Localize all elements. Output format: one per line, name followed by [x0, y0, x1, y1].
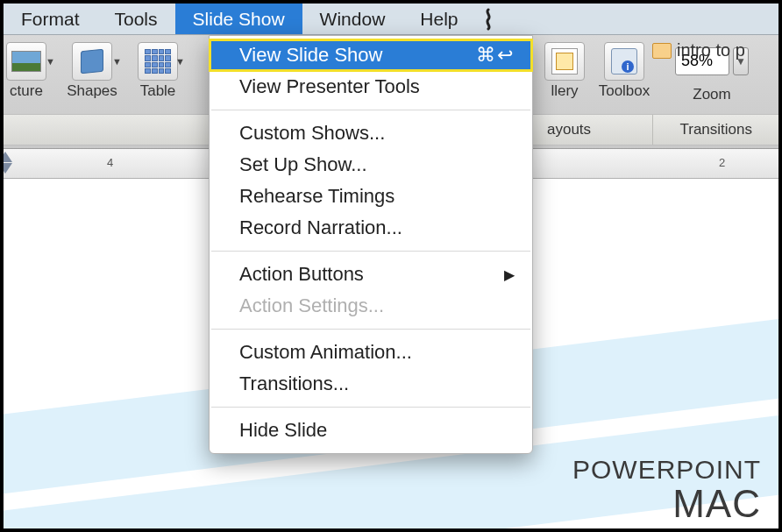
menu-item-hide-slide[interactable]: Hide Slide — [210, 415, 532, 446]
menu-item-label: Custom Shows... — [239, 122, 385, 145]
toolbox-label: Toolbox — [593, 82, 656, 100]
menu-item-view-slide-show[interactable]: View Slide Show⌘↩ — [210, 39, 532, 71]
gallery-icon — [544, 42, 585, 81]
submenu-arrow-icon: ▶ — [504, 266, 515, 283]
menu-item-label: Set Up Show... — [239, 153, 367, 176]
menu-item-set-up-show[interactable]: Set Up Show... — [210, 149, 532, 181]
table-label: Table — [132, 82, 184, 100]
menu-format[interactable]: Format — [4, 4, 97, 34]
picture-label: cture — [0, 82, 53, 100]
chevron-down-icon[interactable]: ▼ — [46, 56, 55, 67]
menu-item-action-buttons[interactable]: Action Buttons▶ — [210, 259, 532, 290]
menu-item-label: Record Narration... — [239, 216, 402, 239]
chevron-down-icon[interactable]: ▼ — [112, 56, 122, 67]
menu-item-label: Transitions... — [239, 372, 349, 395]
document-icon — [652, 43, 672, 59]
menu-item-custom-shows[interactable]: Custom Shows... — [210, 117, 532, 149]
menu-item-transitions[interactable]: Transitions... — [210, 368, 532, 400]
indent-top-icon[interactable] — [0, 152, 12, 162]
menu-item-label: Action Settings... — [239, 294, 384, 317]
tab-layouts[interactable]: ayouts — [530, 115, 608, 145]
watermark-line2: MAC — [572, 485, 761, 523]
gallery-button[interactable]: llery — [538, 40, 591, 100]
table-button[interactable]: Table ▼ — [132, 40, 184, 100]
script-menu-icon[interactable] — [476, 4, 501, 34]
toolbox-icon — [604, 42, 644, 81]
shapes-label: Shapes — [61, 82, 123, 100]
shapes-icon — [72, 42, 112, 81]
menu-item-rehearse-timings[interactable]: Rehearse Timings — [210, 181, 532, 212]
menu-separator — [211, 407, 530, 408]
gallery-label: llery — [538, 82, 591, 100]
shapes-button[interactable]: Shapes ▼ — [61, 40, 123, 100]
document-name: intro to p — [652, 40, 745, 60]
chevron-down-icon[interactable]: ▼ — [175, 56, 185, 67]
menu-separator — [211, 329, 530, 330]
toolbox-button[interactable]: Toolbox — [593, 40, 656, 100]
menu-item-custom-animation[interactable]: Custom Animation... — [210, 337, 532, 368]
ruler-mark: 4 — [107, 156, 113, 169]
slide-show-dropdown: View Slide Show⌘↩View Presenter ToolsCus… — [209, 35, 533, 454]
menu-window[interactable]: Window — [302, 4, 403, 34]
menu-slide-show[interactable]: Slide Show — [175, 4, 302, 34]
indent-bottom-icon[interactable] — [0, 163, 12, 174]
ruler-mark: 2 — [719, 156, 725, 169]
tab-transitions[interactable]: Transitions — [652, 115, 778, 145]
table-icon — [138, 42, 178, 81]
menu-item-label: Hide Slide — [239, 419, 327, 442]
menu-item-label: Custom Animation... — [239, 341, 412, 364]
zoom-label: Zoom — [693, 86, 730, 103]
menu-item-record-narration[interactable]: Record Narration... — [210, 212, 532, 244]
watermark-line1: POWERPOINT — [572, 455, 761, 485]
menu-separator — [211, 110, 530, 110]
menu-item-label: Rehearse Timings — [239, 185, 395, 208]
menu-bar: Format Tools Slide Show Window Help — [4, 4, 778, 35]
menu-item-action-settings: Action Settings... — [210, 290, 532, 322]
menu-item-label: Action Buttons — [239, 263, 364, 286]
menu-item-label: View Presenter Tools — [239, 75, 420, 98]
menu-separator — [211, 251, 530, 252]
picture-icon — [6, 42, 46, 81]
picture-button[interactable]: cture ▼ — [0, 40, 53, 100]
menu-item-view-presenter-tools[interactable]: View Presenter Tools — [210, 71, 532, 103]
watermark: POWERPOINT MAC — [572, 455, 761, 523]
menu-tools[interactable]: Tools — [97, 4, 175, 34]
keyboard-shortcut: ⌘↩ — [476, 44, 515, 67]
menu-item-label: View Slide Show — [239, 44, 382, 67]
menu-help[interactable]: Help — [402, 4, 475, 34]
